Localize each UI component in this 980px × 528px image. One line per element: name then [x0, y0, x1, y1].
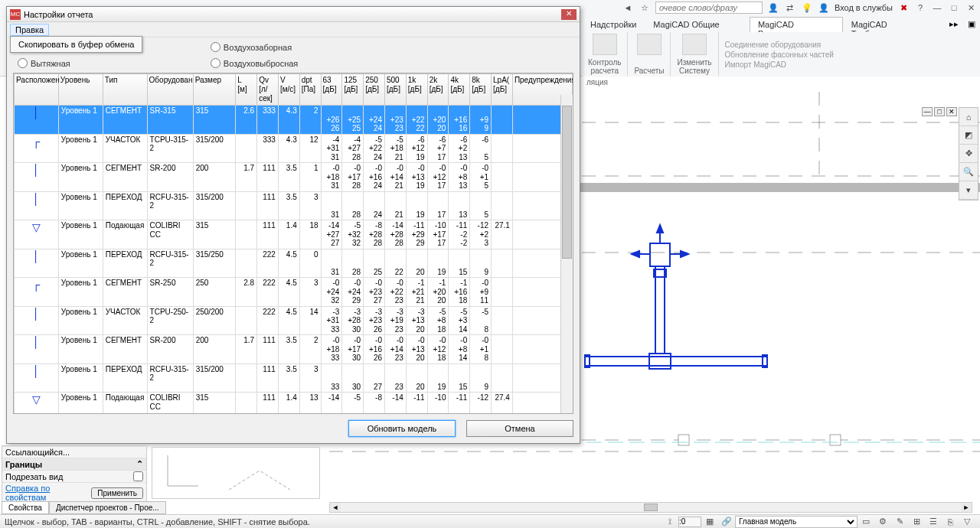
status-i6-icon[interactable]: ⎘ [943, 517, 957, 527]
table-row[interactable]: │Уровень 1СЕГМЕНТSR-3153152.63334.32 +26… [15, 106, 573, 135]
radio-exhaust[interactable]: Вытяжная [18, 58, 73, 68]
table-row[interactable]: ▽Уровень 1ПодающаяCOLIBRI CC3151111.413-… [15, 393, 573, 415]
col-b500[interactable]: 500 [дБ] [385, 74, 407, 106]
prop-row-clip[interactable]: Подрезать вид [2, 470, 146, 482]
status-i3-icon[interactable]: ✎ [893, 517, 906, 527]
panel-control[interactable]: Контроль расчета [582, 32, 628, 77]
nav-home-icon[interactable]: ⌂ [959, 108, 978, 126]
cancel-button[interactable]: Отмена [466, 420, 573, 437]
minimize-icon[interactable]: — [931, 2, 943, 14]
panel-calc[interactable]: Расчеты [628, 32, 671, 77]
menu-edit[interactable]: Правка [10, 24, 49, 36]
tab-options-icon[interactable]: ▣ [963, 17, 980, 32]
col-b2k[interactable]: 2k [дБ] [427, 74, 449, 106]
col-Qv[interactable]: Qv [л/сек] [257, 74, 279, 106]
lightbulb-icon[interactable]: 💡 [801, 2, 813, 14]
status-i1-icon[interactable]: ▭ [859, 517, 873, 527]
nav-pan-icon[interactable]: ✥ [959, 145, 978, 163]
table-row[interactable]: │Уровень 1ПЕРЕХОДRCFU-315-2315/2001113.5… [15, 363, 573, 393]
menu-copy-clipboard[interactable]: Скопировать в буфер обмена [18, 40, 134, 49]
status-i4-icon[interactable]: ⊞ [910, 517, 923, 527]
col-size[interactable]: Размер [193, 74, 236, 106]
col-b1k[interactable]: 1k [дБ] [406, 74, 427, 106]
col-L[interactable]: L [м] [236, 74, 257, 106]
zoom-input[interactable] [678, 517, 701, 527]
collapse-icon[interactable]: ⌃ [136, 459, 143, 469]
table-row[interactable]: ┌Уровень 1УЧАСТОКTCPU-315-2315/2003334.3… [15, 134, 573, 163]
col-b4k[interactable]: 4k [дБ] [449, 74, 470, 106]
canvas-hscroll[interactable]: ◄ ► [329, 502, 972, 513]
prop-row[interactable]: Ссылающийся... [2, 446, 146, 458]
nav-cube-icon[interactable]: ◩ [959, 126, 978, 145]
star-icon[interactable]: ☆ [639, 2, 651, 14]
hscroll-right-icon[interactable]: ► [961, 503, 972, 512]
tab-properties[interactable]: Свойства [2, 501, 49, 514]
col-b125[interactable]: 125 [дБ] [342, 74, 364, 106]
apply-button[interactable]: Применить [91, 487, 143, 499]
login-link[interactable]: Вход в службы [835, 3, 893, 12]
tab-scroll-icon[interactable]: ▸▸ [945, 17, 963, 32]
tab-magicad-common[interactable]: MagiCAD Общие данные [645, 17, 750, 32]
ritem-update-fittings[interactable]: Обновление фасонных частей [725, 51, 834, 59]
person-icon[interactable]: 👤 [818, 2, 830, 14]
canvas-min-icon[interactable]: — [922, 107, 933, 116]
hscroll-left-icon[interactable]: ◄ [330, 503, 341, 512]
tab-magicad-pipes[interactable]: MagiCAD Трубопроводы [843, 17, 945, 32]
table-row[interactable]: │Уровень 1ПЕРЕХОДRCFU-315-2315/2001113.5… [15, 191, 573, 220]
tab-project-browser[interactable]: Диспетчер проектов - Прое... [49, 501, 166, 514]
panel-change-system[interactable]: Изменить Систему [671, 32, 718, 77]
status-grid-icon[interactable]: ▦ [703, 517, 717, 527]
col-b8k[interactable]: 8k [дБ] [470, 74, 492, 106]
col-dpt[interactable]: dpt [Па] [299, 74, 321, 106]
status-i2-icon[interactable]: ⚙ [876, 517, 890, 527]
model-select[interactable]: Главная модель [735, 516, 858, 528]
col-equip[interactable]: Оборудован [147, 74, 193, 106]
table-row[interactable]: ┌Уровень 1СЕГМЕНТSR-2502502.82224.53-0 +… [15, 278, 573, 307]
col-type[interactable]: Тип [103, 74, 147, 106]
update-model-button[interactable]: Обновить модель [348, 420, 456, 437]
help-icon[interactable]: ? [914, 2, 926, 14]
app-close-icon[interactable]: ✕ [965, 2, 977, 14]
canvas-close-icon[interactable]: ✕ [946, 107, 957, 116]
status-icon[interactable]: ⟟ [663, 517, 677, 527]
radio-intake[interactable]: Воздухозаборная [211, 42, 298, 52]
user-icon[interactable]: 👤 [767, 2, 779, 14]
clip-checkbox[interactable] [133, 471, 143, 481]
prop-group-bounds[interactable]: Границы⌃ [2, 458, 146, 470]
table-row[interactable]: │Уровень 1ПЕРЕХОДRCFU-315-2315/2502224.5… [15, 249, 573, 278]
tab-addins[interactable]: Надстройки [582, 17, 645, 32]
radio-discharge[interactable]: Воздуховыбросная [211, 58, 298, 68]
dialog-titlebar[interactable]: MC Настройки отчета ✕ [7, 7, 580, 22]
col-V[interactable]: V [м/с] [278, 74, 299, 106]
table-row[interactable]: ▽Уровень 1ПодающаяCOLIBRI CC3151111.418-… [15, 220, 573, 249]
report-grid[interactable]: РасположенУровеньТипОборудованРазмерL [м… [13, 73, 573, 414]
table-row[interactable]: │Уровень 1СЕГМЕНТSR-2002001.71113.52-0 +… [15, 335, 573, 364]
col-level[interactable]: Уровень [58, 74, 103, 106]
nav-zoom-icon[interactable]: 🔍 [959, 163, 978, 181]
dialog-close-button[interactable]: ✕ [561, 9, 577, 20]
help-link[interactable]: Справка по свойствам [5, 484, 91, 502]
maximize-icon[interactable]: □ [948, 2, 960, 14]
col-b63[interactable]: 63 [дБ] [321, 74, 342, 106]
table-row[interactable]: │Уровень 1СЕГМЕНТSR-2002001.71113.51-0 +… [15, 163, 573, 192]
table-row[interactable]: │Уровень 1УЧАСТОКTCPU-250-2250/2002224.5… [15, 306, 573, 335]
swap-icon[interactable]: ⇄ [784, 2, 796, 14]
canvas-max-icon[interactable]: □ [934, 107, 945, 116]
search-input[interactable] [655, 2, 763, 14]
scrollbar-thumb[interactable] [562, 106, 572, 259]
status-i7-icon[interactable]: ▽ [960, 517, 974, 527]
ritem-import[interactable]: Импорт MagiCAD [725, 60, 834, 69]
tab-magicad-vent[interactable]: MagiCAD Вентиляция [750, 17, 843, 32]
left-arrow-icon[interactable]: ◄ [622, 2, 634, 14]
col-b250[interactable]: 250 [дБ] [364, 74, 385, 106]
grid-scrollbar[interactable] [560, 95, 573, 413]
hscroll-thumb[interactable] [644, 504, 658, 511]
prop-footer: Справка по свойствам Применить [2, 482, 146, 503]
ritem-connection[interactable]: Соединение оборудования [725, 41, 834, 49]
col-lpa[interactable]: LpA( [дБ] [492, 74, 513, 106]
col-layout[interactable]: Расположен [15, 74, 59, 106]
status-i5-icon[interactable]: ☰ [926, 517, 940, 527]
nav-expand-icon[interactable]: ▾ [959, 181, 978, 200]
status-link-icon[interactable]: 🔗 [720, 517, 733, 527]
close-x-icon[interactable]: ✖ [897, 2, 910, 14]
